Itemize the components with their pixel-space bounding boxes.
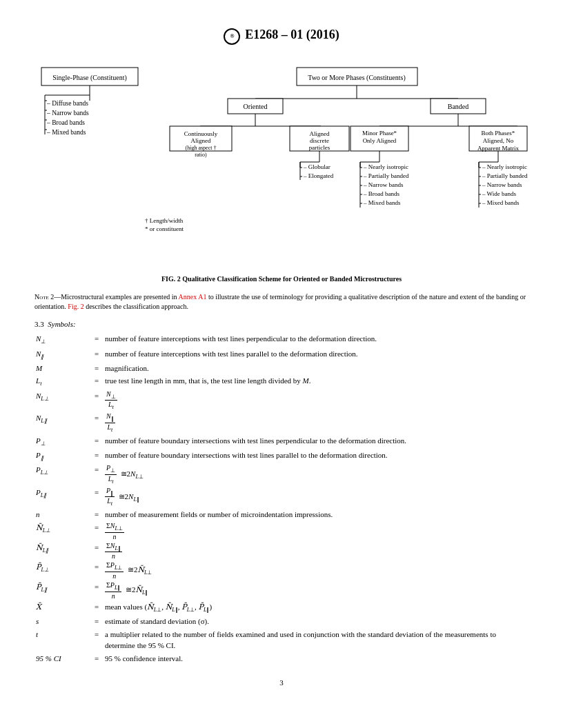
fig-ref: Fig. 2 <box>68 303 83 310</box>
symbols-section: 3.3 Symbols: N⊥ = number of feature inte… <box>34 320 529 665</box>
symbol-row: P⊥ = number of feature boundary intersec… <box>34 434 529 449</box>
svg-text:– Narrow bands: – Narrow bands <box>363 181 404 188</box>
svg-text:Aligned, No: Aligned, No <box>483 137 514 144</box>
def-cell: ΣPL‖ n ≅2N̄L‖ <box>103 580 529 600</box>
symbol-row: P̄L⊥ = ΣPL⊥ n ≅2N̄L⊥ <box>34 560 529 580</box>
symbol-row: M = magnification. <box>34 362 529 375</box>
classification-diagram: Single-Phase (Constituent) – Diffuse ban… <box>34 57 529 271</box>
eq-cell: = <box>90 449 103 463</box>
symbol-cell: P̄L⊥ <box>34 560 90 580</box>
svg-text:– Elongated: – Elongated <box>303 172 334 179</box>
symbols-table: N⊥ = number of feature interceptions wit… <box>34 332 529 665</box>
symbol-cell: PL‖ <box>34 486 90 509</box>
svg-text:– Broad bands: – Broad bands <box>363 190 399 197</box>
eq-cell: = <box>90 560 103 580</box>
eq-cell: = <box>90 600 103 615</box>
svg-text:– Mixed bands: – Mixed bands <box>46 129 86 136</box>
eq-cell: = <box>90 652 103 665</box>
def-cell: ΣNL‖ n <box>103 541 529 561</box>
svg-text:Aligned: Aligned <box>310 130 330 137</box>
svg-text:– Narrow bands: – Narrow bands <box>46 110 89 117</box>
eq-cell: = <box>90 390 103 412</box>
eq-cell: = <box>90 332 103 347</box>
fraction: ΣNL‖ n <box>105 542 122 560</box>
svg-text:* or constituent: * or constituent <box>145 225 184 232</box>
symbol-row: N‖ = number of feature interceptions wit… <box>34 347 529 362</box>
astm-logo: ® <box>224 28 240 45</box>
svg-text:– Partially banded: – Partially banded <box>363 172 409 179</box>
fraction: ΣPL⊥ n <box>105 561 124 580</box>
eq-cell: = <box>90 362 103 375</box>
svg-text:Single-Phase (Constituent): Single-Phase (Constituent) <box>52 74 127 82</box>
svg-text:– Wide bands: – Wide bands <box>482 190 516 197</box>
symbol-row: n = number of measurement fields or numb… <box>34 508 529 521</box>
def-cell: N‖ Lt <box>103 412 529 434</box>
eq-cell: = <box>90 486 103 509</box>
fraction: ΣNL⊥ n <box>105 522 124 540</box>
symbol-row: PL‖ = P‖ Lt ≅2NL‖ <box>34 486 529 509</box>
svg-text:particles: particles <box>309 144 330 151</box>
svg-text:– Diffuse bands: – Diffuse bands <box>46 100 88 107</box>
eq-cell: = <box>90 463 103 486</box>
symbol-row: PL⊥ = P⊥ Lt ≅2NL⊥ <box>34 463 529 486</box>
def-cell: ΣPL⊥ n ≅2N̄L⊥ <box>103 560 529 580</box>
symbol-cell: s <box>34 615 90 628</box>
symbol-row: N⊥ = number of feature interceptions wit… <box>34 332 529 347</box>
eq-cell: = <box>90 580 103 600</box>
symbol-row: X̄ = mean values (N̄L⊥, N̄L‖, P̄L⊥, P̄L‖… <box>34 600 529 615</box>
symbol-cell: M <box>34 362 90 375</box>
page-number: 3 <box>34 678 529 687</box>
def-cell: number of feature interceptions with tes… <box>103 332 529 347</box>
symbol-cell: N‖ <box>34 347 90 362</box>
svg-text:– Nearly isotropic: – Nearly isotropic <box>363 163 408 170</box>
eq-cell: = <box>90 412 103 434</box>
note-label: Note 2—Microstructural examples are pres… <box>34 293 526 310</box>
svg-text:– Nearly isotropic: – Nearly isotropic <box>482 163 527 170</box>
symbol-cell: N̄L⊥ <box>34 521 90 541</box>
svg-text:(high aspect †: (high aspect † <box>186 145 217 151</box>
svg-text:ratio): ratio) <box>195 152 207 158</box>
symbol-cell: X̄ <box>34 600 90 615</box>
eq-cell: = <box>90 508 103 521</box>
def-cell: P‖ Lt ≅2NL‖ <box>103 486 529 509</box>
def-cell: number of feature boundary intersections… <box>103 434 529 449</box>
symbol-cell: P⊥ <box>34 434 90 449</box>
fraction: N⊥ Lt <box>105 390 117 412</box>
def-cell: N⊥ Lt <box>103 390 529 412</box>
svg-text:Banded: Banded <box>448 103 469 110</box>
symbol-cell: t <box>34 628 90 652</box>
eq-cell: = <box>90 347 103 362</box>
symbol-row: P‖ = number of feature boundary intersec… <box>34 449 529 463</box>
svg-text:– Mixed bands: – Mixed bands <box>363 199 401 206</box>
svg-text:† Length/width: † Length/width <box>145 217 184 224</box>
symbol-row: N̄L‖ = ΣNL‖ n <box>34 541 529 561</box>
symbol-cell: P̄L‖ <box>34 580 90 600</box>
def-cell: true test line length in mm, that is, th… <box>103 374 529 389</box>
def-cell: 95 % confidence interval. <box>103 652 529 665</box>
symbol-cell: NL⊥ <box>34 390 90 412</box>
svg-text:Two or More Phases (Constituen: Two or More Phases (Constituents) <box>308 74 406 82</box>
svg-text:Minor Phase*: Minor Phase* <box>362 130 397 136</box>
document-title: E1268 – 01 (2016) <box>245 28 339 41</box>
svg-text:Both Phases*: Both Phases* <box>482 130 515 136</box>
fraction: P⊥ Lt <box>105 464 117 485</box>
svg-text:Continuously: Continuously <box>184 130 218 137</box>
def-cell: P⊥ Lt ≅2NL⊥ <box>103 463 529 486</box>
symbol-row: Lt = true test line length in mm, that i… <box>34 374 529 389</box>
page-header: ® E1268 – 01 (2016) <box>34 28 529 45</box>
symbol-row: t = a multiplier related to the number o… <box>34 628 529 652</box>
svg-text:– Narrow bands: – Narrow bands <box>482 181 522 188</box>
symbol-row: s = estimate of standard deviation (σ). <box>34 615 529 628</box>
fraction: ΣPL‖ n <box>105 581 121 600</box>
eq-cell: = <box>90 615 103 628</box>
eq-cell: = <box>90 628 103 652</box>
def-cell: number of feature boundary intersections… <box>103 449 529 463</box>
svg-text:Apparent Matrix: Apparent Matrix <box>477 145 520 152</box>
def-cell: ΣNL⊥ n <box>103 521 529 541</box>
eq-cell: = <box>90 521 103 541</box>
symbol-cell: Lt <box>34 374 90 389</box>
note-2: Note 2—Microstructural examples are pres… <box>34 292 529 312</box>
symbol-cell: NL‖ <box>34 412 90 434</box>
symbol-row: NL⊥ = N⊥ Lt <box>34 390 529 412</box>
symbol-cell: 95 % CI <box>34 652 90 665</box>
